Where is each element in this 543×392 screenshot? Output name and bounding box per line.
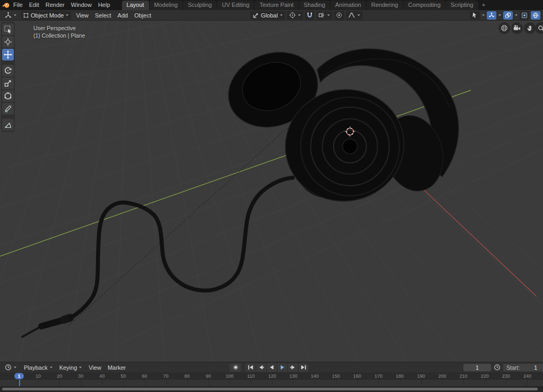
- camera-view-button[interactable]: [511, 22, 523, 34]
- tool-annotate-button[interactable]: [2, 103, 14, 115]
- viewport-menu-add[interactable]: Add: [115, 10, 132, 21]
- timeline-menus: PlaybackKeyingViewMarker: [21, 362, 129, 373]
- tab-layout[interactable]: Layout: [122, 1, 149, 10]
- add-workspace-button[interactable]: +: [479, 1, 488, 10]
- frame-end-field-clipped[interactable]: [539, 364, 543, 371]
- menubar-item-file[interactable]: File: [10, 0, 26, 10]
- timeline-tick: [357, 380, 358, 386]
- show-gizmo-toggle[interactable]: [487, 11, 496, 20]
- wireframe-shading-button[interactable]: [531, 11, 540, 20]
- timeline-tick: [272, 380, 273, 386]
- tab-modeling[interactable]: Modeling: [150, 1, 183, 10]
- proportional-editing-toggle[interactable]: [334, 11, 344, 20]
- tab-animation[interactable]: Animation: [330, 1, 366, 10]
- timeline-ruler[interactable]: 1 10203040506070809010011012013014015016…: [0, 372, 543, 380]
- timeline-tick: [421, 380, 422, 386]
- editor-type-selector[interactable]: [3, 11, 19, 20]
- ruler-frame-label: 80: [185, 373, 190, 379]
- pivot-point-selector[interactable]: [287, 11, 303, 20]
- ruler-frame-label: 10: [36, 373, 41, 379]
- jump-to-prev-keyframe-button[interactable]: [256, 363, 266, 372]
- tool-measure-button[interactable]: [2, 119, 14, 130]
- chevron-down-icon: [13, 14, 17, 16]
- jump-to-start-button[interactable]: [246, 363, 256, 372]
- timeline-menu-view[interactable]: View: [85, 362, 104, 373]
- current-frame-field[interactable]: 1: [463, 364, 491, 371]
- zoom-magnifier-button[interactable]: [535, 22, 543, 34]
- pan-hand-button[interactable]: [524, 22, 536, 34]
- jump-to-next-keyframe-button[interactable]: [288, 363, 298, 372]
- tool-cursor-button[interactable]: [2, 36, 14, 48]
- menubar-item-window[interactable]: Window: [68, 0, 95, 10]
- timeline-tick: [379, 380, 379, 386]
- timeline-menu-marker[interactable]: Marker: [104, 362, 129, 373]
- ruler-frame-label: 40: [99, 373, 104, 379]
- xray-toggle[interactable]: [520, 11, 529, 20]
- timeline-tick: [442, 380, 443, 386]
- current-frame-indicator[interactable]: 1: [14, 373, 24, 379]
- headphones-wireframe-model[interactable]: [218, 40, 459, 211]
- tab-rendering[interactable]: Rendering: [366, 1, 403, 10]
- xray-icon: [521, 12, 528, 19]
- timeline-menu-label: Marker: [108, 362, 126, 373]
- viewport-menu-select[interactable]: Select: [92, 10, 115, 21]
- select-tool-dropdown[interactable]: [470, 11, 480, 20]
- timeline-track[interactable]: [0, 380, 543, 386]
- timeline-tick: [527, 380, 528, 386]
- timeline-tick: [59, 380, 60, 386]
- auto-keying-toggle[interactable]: [230, 363, 241, 372]
- ruler-frame-label: 110: [247, 373, 255, 379]
- tab-compositing[interactable]: Compositing: [404, 1, 445, 10]
- viewport-overlay-text: User Perspective (1) Collection | Plane: [33, 24, 85, 39]
- transform-orientation-selector[interactable]: Global: [250, 11, 285, 20]
- snap-toggle[interactable]: [305, 11, 314, 20]
- tool-move-button[interactable]: [2, 49, 14, 60]
- chevron-down-icon: [327, 14, 330, 16]
- timeline-menu-keying[interactable]: Keying: [56, 362, 86, 373]
- jump-to-prev-keyframe-icon: [258, 365, 264, 370]
- tab-uv-editing[interactable]: UV Editing: [217, 1, 254, 10]
- tab-scripting[interactable]: Scripting: [446, 1, 478, 10]
- timeline-editor-selector[interactable]: [3, 363, 19, 372]
- current-frame-value: 1: [476, 364, 479, 371]
- menubar-item-help[interactable]: Help: [95, 0, 113, 10]
- horizontal-scrollbar[interactable]: [2, 388, 538, 390]
- tab-texture-paint[interactable]: Texture Paint: [255, 1, 298, 10]
- use-preview-range-toggle[interactable]: [493, 363, 502, 372]
- pivot-icon: [289, 12, 296, 19]
- tool-rotate-button[interactable]: [2, 65, 14, 76]
- viewport-3d[interactable]: User Perspective (1) Collection | Plane: [0, 21, 543, 362]
- playhead-line[interactable]: [19, 380, 20, 386]
- play-button[interactable]: [277, 363, 287, 372]
- workspace-tabs: LayoutModelingSculptingUV EditingTexture…: [122, 0, 489, 10]
- menubar-item-render[interactable]: Render: [42, 0, 68, 10]
- chevron-down-icon: [49, 366, 53, 369]
- mode-label: Object Mode: [31, 12, 64, 19]
- ruler-frame-label: 70: [163, 373, 169, 379]
- show-overlays-toggle[interactable]: [503, 11, 513, 20]
- snap-target-selector[interactable]: [316, 11, 332, 20]
- viewport-menu-object[interactable]: Object: [131, 10, 154, 21]
- falloff-curve-icon: [348, 12, 355, 19]
- proportional-falloff-selector[interactable]: [346, 11, 363, 20]
- tool-scale-button[interactable]: [2, 77, 14, 89]
- timeline-tick: [251, 380, 251, 386]
- tab-shading[interactable]: Shading: [299, 1, 330, 10]
- timeline-menu-label: Keying: [59, 362, 77, 373]
- viewport-menu-view[interactable]: View: [73, 10, 92, 21]
- blender-logo-icon[interactable]: [2, 1, 10, 9]
- frame-start-field[interactable]: Start: 1: [503, 364, 540, 371]
- mode-selector[interactable]: Object Mode: [21, 11, 71, 20]
- viewport-menus: ViewSelectAddObject: [73, 10, 154, 21]
- toggle-perspective-grid-button[interactable]: [498, 22, 510, 34]
- chevron-down-icon: [13, 366, 17, 369]
- clock-icon: [494, 364, 501, 371]
- ruler-frame-label: 190: [417, 373, 425, 379]
- timeline-menu-playback[interactable]: Playback: [21, 362, 56, 373]
- tool-select-box-button[interactable]: [2, 23, 14, 35]
- play-reverse-button[interactable]: [267, 363, 277, 372]
- tab-sculpting[interactable]: Sculpting: [183, 1, 216, 10]
- jump-to-end-button[interactable]: [299, 363, 309, 372]
- menubar-item-edit[interactable]: Edit: [26, 0, 42, 10]
- tool-transform-button[interactable]: [2, 90, 14, 102]
